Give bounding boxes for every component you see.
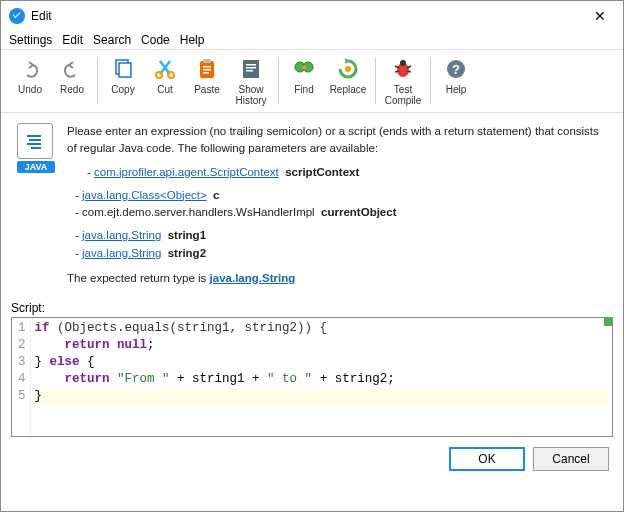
- svg-rect-8: [203, 72, 209, 74]
- redo-button[interactable]: Redo: [51, 54, 93, 97]
- replace-button[interactable]: Replace: [325, 54, 371, 97]
- app-icon: [9, 8, 25, 24]
- find-button[interactable]: Find: [283, 54, 325, 97]
- titlebar: Edit ✕: [1, 1, 623, 31]
- code-area[interactable]: if (Objects.equals(string1, string2)) { …: [31, 318, 612, 436]
- svg-rect-15: [302, 66, 306, 69]
- svg-rect-9: [243, 60, 259, 78]
- info-text: Please enter an expression (no trailing …: [67, 123, 607, 287]
- ok-button[interactable]: OK: [449, 447, 525, 471]
- menubar: Settings Edit Search Code Help: [1, 31, 623, 49]
- svg-rect-12: [246, 70, 253, 72]
- test-compile-button[interactable]: Test Compile: [380, 54, 426, 108]
- param-link-string1[interactable]: java.lang.String: [82, 229, 161, 241]
- svg-point-2: [156, 72, 162, 78]
- menu-help[interactable]: Help: [180, 33, 205, 47]
- svg-point-3: [168, 72, 174, 78]
- svg-rect-11: [246, 67, 256, 69]
- separator: [430, 58, 431, 104]
- window-title: Edit: [31, 9, 585, 23]
- svg-point-16: [345, 66, 351, 72]
- param-link-scriptcontext[interactable]: com.jprofiler.api.agent.ScriptContext: [94, 166, 279, 178]
- gutter: 12345: [12, 318, 31, 436]
- copy-icon: [110, 56, 136, 82]
- redo-icon: [59, 56, 85, 82]
- svg-rect-10: [246, 64, 256, 66]
- cancel-button[interactable]: Cancel: [533, 447, 609, 471]
- code-editor[interactable]: 12345 if (Objects.equals(string1, string…: [11, 317, 613, 437]
- bug-icon: [390, 56, 416, 82]
- java-badge: JAVA: [17, 123, 55, 287]
- script-label: Script:: [1, 297, 623, 317]
- replace-icon: [335, 56, 361, 82]
- show-history-button[interactable]: Show History: [228, 54, 274, 108]
- info-intro: Please enter an expression (no trailing …: [67, 123, 607, 158]
- undo-button[interactable]: Undo: [9, 54, 51, 97]
- menu-settings[interactable]: Settings: [9, 33, 52, 47]
- paste-icon: [194, 56, 220, 82]
- separator: [278, 58, 279, 104]
- param-text-currentobject: com.ejt.demo.server.handlers.WsHandlerIm…: [82, 206, 315, 218]
- svg-rect-1: [119, 63, 131, 77]
- close-icon[interactable]: ✕: [585, 8, 615, 24]
- menu-search[interactable]: Search: [93, 33, 131, 47]
- svg-text:?: ?: [452, 62, 460, 77]
- cut-icon: [152, 56, 178, 82]
- copy-button[interactable]: Copy: [102, 54, 144, 97]
- menu-code[interactable]: Code: [141, 33, 170, 47]
- toolbar: Undo Redo Copy Cut Paste Show History Fi…: [1, 49, 623, 113]
- return-prefix: The expected return type is: [67, 272, 210, 284]
- history-icon: [238, 56, 264, 82]
- paste-button[interactable]: Paste: [186, 54, 228, 97]
- svg-point-18: [400, 60, 406, 66]
- separator: [375, 58, 376, 104]
- info-panel: JAVA Please enter an expression (no trai…: [1, 113, 623, 297]
- menu-edit[interactable]: Edit: [62, 33, 83, 47]
- help-icon: ?: [443, 56, 469, 82]
- svg-rect-6: [203, 66, 211, 68]
- return-type-link[interactable]: java.lang.String: [210, 272, 296, 284]
- svg-rect-7: [203, 69, 211, 71]
- undo-icon: [17, 56, 43, 82]
- find-icon: [291, 56, 317, 82]
- help-button[interactable]: ? Help: [435, 54, 477, 97]
- cut-button[interactable]: Cut: [144, 54, 186, 97]
- svg-rect-5: [203, 59, 211, 63]
- param-link-string2[interactable]: java.lang.String: [82, 247, 161, 259]
- button-bar: OK Cancel: [1, 437, 623, 481]
- param-link-class[interactable]: java.lang.Class<Object>: [82, 189, 207, 201]
- separator: [97, 58, 98, 104]
